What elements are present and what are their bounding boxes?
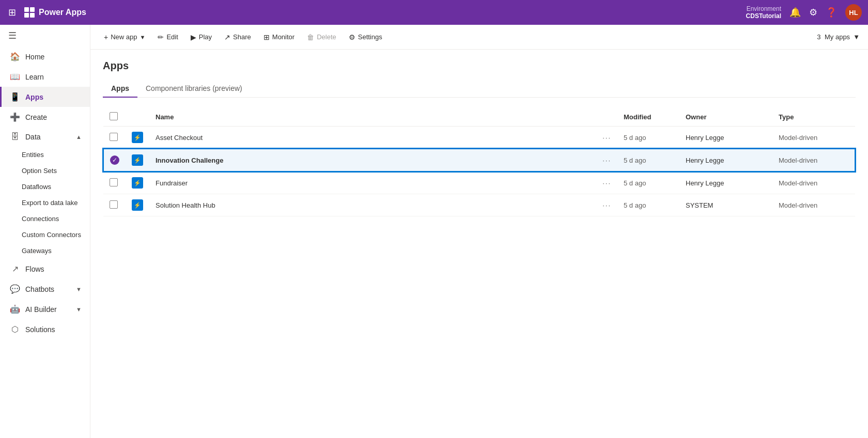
sidebar-label-solutions: Solutions	[25, 325, 55, 334]
tab-component-libraries[interactable]: Component libraries (preview)	[137, 80, 251, 98]
sidebar-item-apps[interactable]: 📱 Apps	[0, 87, 90, 107]
new-app-button[interactable]: + New app ▼	[99, 30, 150, 44]
sidebar-item-flows[interactable]: ↗ Flows	[0, 259, 90, 279]
sidebar-label-data: Data	[25, 133, 41, 141]
row-check-cell[interactable]	[103, 127, 126, 149]
topbar-right: Environment CDSTutorial 🔔 ⚙ ❓ HL	[746, 4, 862, 21]
avatar[interactable]: HL	[845, 4, 862, 21]
app-logo: Power Apps	[24, 7, 86, 18]
app-more-options[interactable]: ···	[596, 194, 617, 216]
share-label: Share	[233, 33, 251, 41]
new-app-label: New app	[111, 33, 137, 41]
page-content: Apps Apps Component libraries (preview) …	[90, 50, 868, 438]
tab-apps[interactable]: Apps	[103, 80, 137, 98]
dataflows-label: Dataflows	[22, 183, 51, 191]
my-apps-count-label: 3 My apps	[817, 33, 850, 41]
row-checkbox[interactable]	[110, 200, 118, 209]
edit-label: Edit	[166, 33, 178, 41]
my-apps-button[interactable]: 3 My apps ▼	[817, 33, 860, 41]
col-header-owner: Owner	[679, 108, 772, 127]
sidebar-label-apps: Apps	[25, 93, 43, 101]
sidebar-item-ai-builder[interactable]: 🤖 AI Builder ▼	[0, 299, 90, 319]
settings-button[interactable]: ⚙ Settings	[344, 30, 388, 44]
col-header-icon	[126, 108, 149, 127]
app-icon: ⚡	[132, 154, 143, 166]
sidebar-item-entities[interactable]: Entities	[0, 147, 90, 163]
my-apps-chevron: ▼	[853, 33, 860, 41]
sidebar-item-chatbots[interactable]: 💬 Chatbots ▼	[0, 279, 90, 299]
app-name-cell: Innovation Challenge	[149, 149, 596, 171]
notification-icon[interactable]: 🔔	[789, 7, 801, 18]
environment-name: CDSTutorial	[746, 12, 781, 20]
share-button[interactable]: ↗ Share	[219, 30, 256, 44]
gateways-label: Gateways	[22, 247, 52, 255]
learn-icon: 📖	[10, 72, 20, 82]
monitor-label: Monitor	[272, 33, 295, 41]
app-owner-cell: Henry Legge	[679, 171, 772, 194]
sidebar-item-export-data-lake[interactable]: Export to data lake	[0, 195, 90, 211]
table-row[interactable]: ⚡Solution Health Hub···5 d agoSYSTEMMode…	[103, 194, 855, 216]
app-more-options[interactable]: ···	[596, 127, 617, 149]
app-more-options[interactable]: ···	[596, 149, 617, 171]
sidebar-item-dataflows[interactable]: Dataflows	[0, 179, 90, 195]
apps-table: Name Modified Owner Type ⚡Asset Checkout…	[103, 108, 856, 216]
app-name-cell: Solution Health Hub	[149, 194, 596, 216]
tabs: Apps Component libraries (preview)	[103, 80, 856, 98]
settings-icon[interactable]: ⚙	[809, 7, 817, 18]
app-icon: ⚡	[132, 177, 143, 189]
app-owner-cell: SYSTEM	[679, 194, 772, 216]
row-checkbox[interactable]	[110, 133, 118, 141]
edit-button[interactable]: ✏ Edit	[152, 30, 183, 44]
monitor-button[interactable]: ⊞ Monitor	[258, 30, 300, 44]
sidebar-item-custom-connectors[interactable]: Custom Connectors	[0, 227, 90, 243]
col-header-spacer	[596, 108, 617, 127]
delete-button[interactable]: 🗑 Delete	[302, 30, 342, 44]
logo-icon	[24, 7, 35, 18]
sidebar-item-create[interactable]: ➕ Create	[0, 107, 90, 127]
app-more-options[interactable]: ···	[596, 171, 617, 194]
sidebar-item-option-sets[interactable]: Option Sets	[0, 163, 90, 179]
dots-icon[interactable]: ···	[602, 134, 611, 142]
apps-icon: 📱	[10, 92, 20, 102]
sidebar: ☰ 🏠 Home 📖 Learn 📱 Apps ➕ Create 🗄 Data …	[0, 25, 90, 438]
delete-icon: 🗑	[307, 33, 314, 41]
col-header-type: Type	[772, 108, 855, 127]
help-icon[interactable]: ❓	[826, 7, 837, 18]
dots-icon[interactable]: ···	[602, 179, 611, 187]
col-header-name: Name	[149, 108, 596, 127]
environment-info: Environment CDSTutorial	[746, 5, 781, 20]
ai-builder-expand-icon: ▼	[76, 306, 82, 312]
table-row[interactable]: ⚡Asset Checkout···5 d agoHenry LeggeMode…	[103, 127, 855, 149]
waffle-icon[interactable]: ⊞	[6, 5, 18, 20]
option-sets-label: Option Sets	[22, 167, 57, 175]
sidebar-item-data[interactable]: 🗄 Data ▲	[0, 127, 90, 147]
row-check-cell[interactable]: ✓	[103, 149, 126, 171]
sidebar-toggle[interactable]: ☰	[0, 25, 90, 46]
toolbar: + New app ▼ ✏ Edit ▶ Play ↗ Share ⊞ Moni…	[90, 25, 868, 50]
row-checkbox[interactable]	[110, 178, 118, 186]
sidebar-item-gateways[interactable]: Gateways	[0, 243, 90, 259]
sidebar-label-flows: Flows	[25, 265, 44, 273]
row-check-cell[interactable]	[103, 171, 126, 194]
dots-icon[interactable]: ···	[602, 157, 611, 164]
row-checkbox[interactable]: ✓	[110, 155, 119, 165]
sidebar-item-solutions[interactable]: ⬡ Solutions	[0, 319, 90, 339]
app-name-cell: Fundraiser	[149, 171, 596, 194]
sidebar-label-chatbots: Chatbots	[25, 285, 54, 293]
settings-btn-icon: ⚙	[349, 33, 355, 41]
chatbots-expand-icon: ▼	[76, 286, 82, 292]
sidebar-item-learn[interactable]: 📖 Learn	[0, 67, 90, 87]
sidebar-item-connections[interactable]: Connections	[0, 211, 90, 227]
sidebar-label-ai-builder: AI Builder	[25, 305, 57, 314]
select-all-checkbox[interactable]	[110, 112, 118, 120]
dots-icon[interactable]: ···	[602, 201, 611, 209]
sidebar-item-home[interactable]: 🏠 Home	[0, 46, 90, 67]
app-owner-cell: Henry Legge	[679, 149, 772, 171]
app-type-cell: Model-driven	[772, 171, 855, 194]
environment-label: Environment	[747, 5, 781, 12]
table-row[interactable]: ✓⚡Innovation Challenge···5 d agoHenry Le…	[103, 149, 855, 171]
play-button[interactable]: ▶ Play	[185, 30, 217, 44]
row-check-cell[interactable]	[103, 194, 126, 216]
table-row[interactable]: ⚡Fundraiser···5 d agoHenry LeggeModel-dr…	[103, 171, 855, 194]
my-apps-count: 3	[817, 33, 820, 41]
